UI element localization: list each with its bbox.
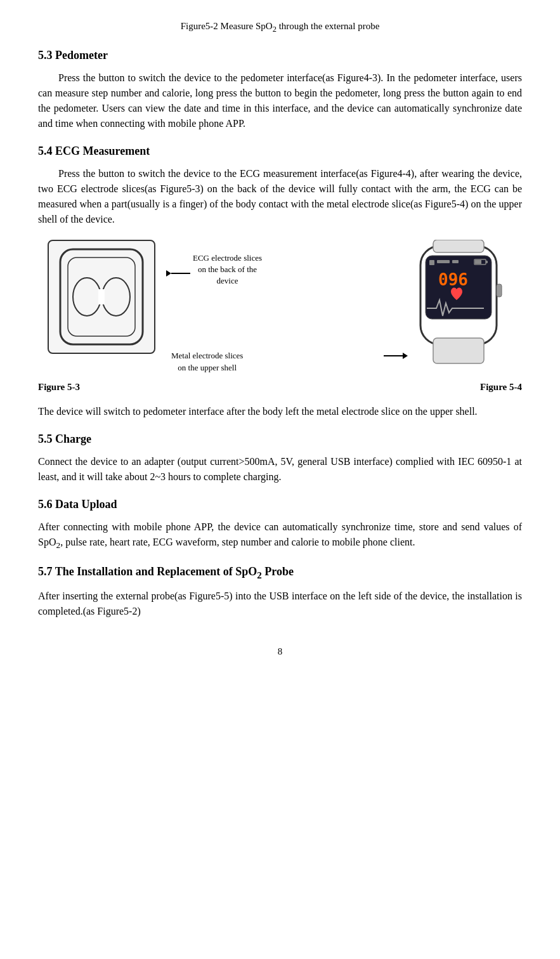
section-57-heading-suffix: Probe (262, 565, 294, 578)
caption-suffix: through the external probe (277, 21, 379, 31)
figure-53-label: Figure 5-3 (38, 380, 80, 395)
section-55-paragraph: Connect the device to an adapter (output… (38, 454, 522, 485)
section-57-paragraph: After inserting the external probe(as Fi… (38, 589, 522, 619)
ecg-label: ECG electrode slices on the back of the … (193, 252, 262, 287)
figure-53-container (38, 240, 165, 354)
watch-back-svg (54, 246, 149, 348)
section-54-paragraph: Press the button to switch the device to… (38, 166, 522, 227)
section-53-paragraph: Press the button to switch the device to… (38, 70, 522, 131)
svg-rect-6 (433, 240, 484, 252)
svg-rect-15 (475, 260, 481, 264)
section-57-heading: 5.7 The Installation and Replacement of … (38, 563, 522, 582)
svg-point-2 (73, 278, 101, 316)
section-56-paragraph: After connecting with mobile phone APP, … (38, 519, 522, 552)
figure-54-label: Figure 5-4 (480, 380, 522, 395)
svg-rect-10 (429, 260, 434, 265)
section-54-heading: 5.4 ECG Measurement (38, 143, 522, 160)
svg-rect-7 (433, 338, 484, 363)
figure-caption-top: Figure5-2 Measure SpO2 through the exter… (38, 19, 522, 36)
caption-text: Figure5-2 Measure SpO (181, 21, 273, 31)
section-55-heading: 5.5 Charge (38, 431, 522, 448)
svg-rect-4 (98, 289, 105, 304)
figures-captions-row: Figure 5-3 Figure 5-4 (38, 380, 522, 395)
section-53-heading: 5.3 Pedometer (38, 47, 522, 64)
figure-annotations: ECG electrode slices on the back of the … (165, 240, 395, 374)
svg-text:096: 096 (438, 270, 468, 289)
section-56-text2: , pulse rate, heart rate, ECG waveform, … (60, 537, 415, 547)
svg-rect-14 (486, 261, 488, 263)
section-57-heading-sub: 2 (257, 570, 262, 580)
page-number: 8 (38, 644, 522, 659)
figure-54-container: 096 (395, 240, 522, 367)
svg-rect-16 (497, 284, 502, 297)
body-text-1: The device will switch to pedometer inte… (38, 404, 522, 419)
svg-rect-11 (437, 260, 450, 263)
figures-row: ECG electrode slices on the back of the … (38, 240, 522, 374)
section-56-heading: 5.6 Data Upload (38, 496, 522, 513)
watch-front-svg: 096 (401, 240, 516, 367)
svg-point-3 (102, 278, 130, 316)
watch-back-diagram (48, 240, 155, 354)
svg-rect-12 (452, 260, 459, 263)
watch-front-diagram: 096 (401, 240, 516, 367)
section-57-heading-text: 5.7 The Installation and Replacement of … (38, 565, 257, 578)
metal-label: Metal electrode slices on the upper shel… (171, 350, 243, 373)
